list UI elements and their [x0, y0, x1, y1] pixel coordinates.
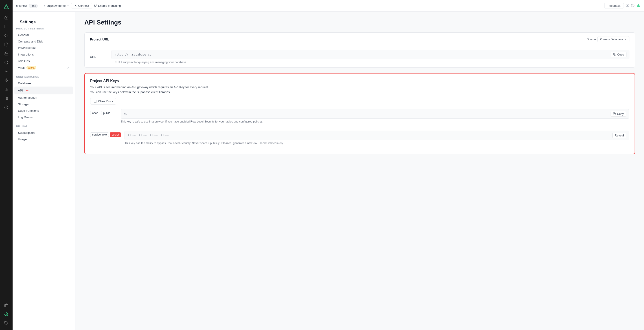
url-content: https:// .supabase.co Copy RESTful endpo… [112, 50, 630, 64]
nav-item-addons[interactable]: Add Ons [14, 58, 74, 64]
project-url-card: Project URL Source Primary Database URL [84, 32, 635, 68]
anon-copy-label: Copy [617, 112, 624, 115]
anon-key-field: zS Copy This key is safe to use in a bro… [121, 109, 629, 123]
nav-item-authentication[interactable]: Authentication [14, 94, 74, 101]
nav-item-subscription[interactable]: Subscription [14, 129, 74, 136]
anon-key-copy-button[interactable]: Copy [610, 111, 626, 117]
help-icon[interactable] [631, 4, 634, 8]
project-url-title: Project URL [90, 37, 109, 41]
dropdown-chevron-icon [624, 38, 627, 41]
icon-sidebar [0, 0, 12, 330]
service-role-badges: service_role secret [90, 131, 121, 137]
connect-label: Connect [78, 4, 89, 8]
logs-nav-icon[interactable] [2, 94, 10, 102]
auth-nav-icon[interactable] [2, 50, 10, 58]
connect-icon [74, 4, 77, 8]
project-url-card-header: Project URL Source Primary Database [84, 33, 635, 46]
active-indicator-arrow: ← [25, 88, 29, 93]
svg-point-29 [96, 5, 97, 6]
feedback-button[interactable]: Feedback [604, 3, 624, 9]
url-label: URL [90, 55, 108, 58]
service-role-key-field: **** **** **** **** Reveal This key has … [124, 131, 629, 145]
nav-item-vault[interactable]: Vault Alpha ↗ [14, 64, 74, 71]
main-content: API Settings Project URL Source Primary … [76, 12, 644, 330]
source-selector: Source Primary Database [587, 36, 630, 42]
app-logo[interactable] [2, 3, 10, 11]
nav-item-compute[interactable]: Compute and Disk [14, 38, 74, 45]
copy-icon [613, 53, 616, 56]
storage-nav-icon[interactable] [2, 58, 10, 67]
svg-rect-22 [5, 304, 8, 307]
alpha-badge: Alpha [26, 66, 36, 69]
supabase-icon[interactable] [636, 3, 640, 8]
anon-key-value: zS [124, 112, 609, 115]
free-badge: Free [29, 4, 38, 8]
branch-icon2 [94, 4, 97, 8]
nav-item-edge-functions[interactable]: Edge Functions [14, 107, 74, 114]
nav-item-api[interactable]: API ← [14, 87, 74, 94]
enable-branching-button[interactable]: Enable branching [94, 4, 121, 8]
anon-key-row: anon public zS Copy [90, 109, 629, 123]
sql-nav-icon[interactable] [2, 32, 10, 40]
primary-db-dropdown[interactable]: Primary Database [597, 36, 630, 42]
breadcrumb-sep: / [44, 4, 45, 8]
project-settings-label: PROJECT SETTINGS [12, 27, 75, 32]
external-link-icon: ↗ [67, 66, 70, 69]
nav-item-usage[interactable]: Usage [14, 136, 74, 142]
topbar-right: Feedback [604, 3, 640, 9]
svg-point-6 [5, 43, 8, 44]
billing-label: BILLING [12, 125, 75, 129]
anon-key-input-row: zS Copy [121, 109, 629, 119]
functions-nav-icon[interactable] [2, 76, 10, 85]
url-copy-button[interactable]: Copy [611, 52, 626, 57]
copy-icon2 [613, 112, 616, 115]
nav-item-integrations[interactable]: Integrations [14, 51, 74, 58]
svg-marker-9 [5, 79, 8, 82]
main-wrapper: shipnow Free / shipnow-demo Connect Enab… [12, 0, 644, 330]
project-name[interactable]: shipnow [16, 4, 27, 8]
reports-nav-icon[interactable] [2, 85, 10, 93]
nav-item-storage[interactable]: Storage [14, 101, 74, 107]
public-badge: public [101, 111, 112, 115]
api-keys-title: Project API Keys [90, 79, 629, 83]
source-label: Source [587, 38, 596, 41]
client-docs-label: Client Docs [98, 100, 113, 103]
service-role-badge: service_role [90, 132, 109, 137]
enable-branching-label: Enable branching [98, 4, 121, 8]
settings-nav-title: Settings [16, 16, 72, 25]
service-role-key-row: service_role secret **** **** **** **** … [90, 131, 629, 145]
nav-item-infrastructure[interactable]: Infrastructure [14, 45, 74, 51]
nav-item-database[interactable]: Database [14, 80, 74, 87]
svg-rect-34 [614, 54, 616, 56]
settings-nav-icon[interactable] [2, 310, 10, 318]
connect-button[interactable]: Connect [71, 3, 92, 9]
branch-chevron-icon [67, 5, 69, 7]
client-docs-button[interactable]: Client Docs [90, 98, 116, 104]
secret-badge: secret [110, 132, 121, 137]
database-nav-icon[interactable] [2, 41, 10, 49]
reveal-button[interactable]: Reveal [612, 133, 626, 138]
key-divider [90, 127, 629, 127]
service-role-input-row: **** **** **** **** Reveal [124, 131, 629, 140]
realtime-nav-icon[interactable] [2, 67, 10, 76]
table-nav-icon[interactable] [2, 23, 10, 31]
home-nav-icon[interactable] [2, 14, 10, 22]
nav-item-log-drains[interactable]: Log Drains [14, 114, 74, 120]
service-role-help: This key has the ability to bypass Row L… [124, 142, 629, 145]
extensions-nav-icon[interactable] [2, 319, 10, 327]
configuration-label: CONFIGURATION [12, 76, 75, 80]
book-icon [94, 100, 97, 103]
svg-rect-35 [614, 113, 616, 115]
svg-point-23 [6, 314, 7, 315]
mail-icon[interactable] [626, 4, 629, 8]
nav-sidebar: Settings PROJECT SETTINGS General Comput… [12, 12, 76, 330]
integrations-nav-icon[interactable] [2, 301, 10, 309]
nav-item-general[interactable]: General [14, 32, 74, 38]
chevron-up-down-icon [40, 5, 42, 7]
advisors-nav-icon[interactable] [2, 103, 10, 111]
branch-selector[interactable]: shipnow-demo [47, 4, 69, 8]
anon-key-badges: anon public [90, 109, 117, 115]
project-url-body: URL https:// .supabase.co Copy RESTful [84, 46, 635, 67]
url-help-text: RESTful endpoint for querying and managi… [112, 61, 630, 64]
svg-marker-33 [636, 4, 640, 7]
